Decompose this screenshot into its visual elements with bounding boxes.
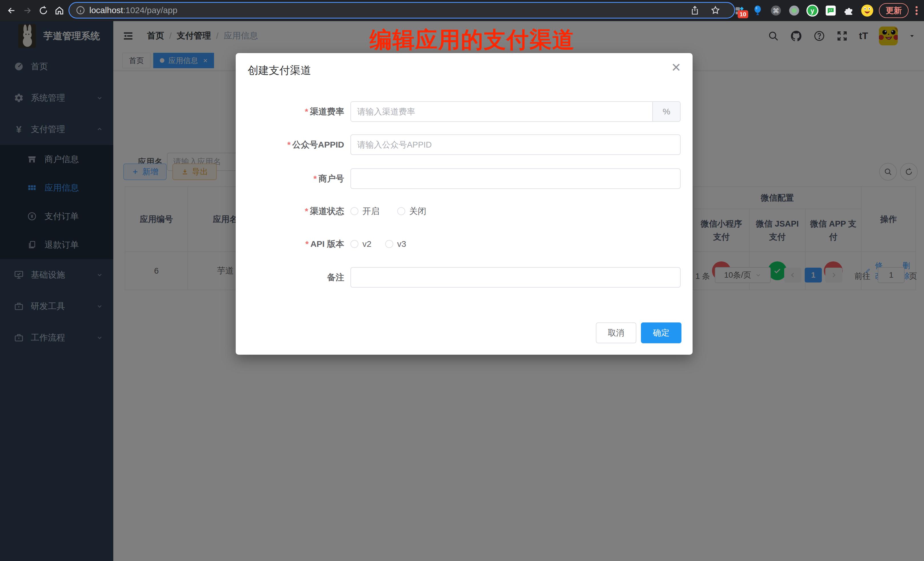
remark-label: 备注 bbox=[236, 272, 344, 284]
browser-home-icon[interactable] bbox=[51, 3, 68, 18]
extension-puzzle-icon[interactable] bbox=[842, 4, 855, 17]
extension-chat-icon[interactable] bbox=[824, 4, 837, 17]
site-info-icon[interactable] bbox=[76, 5, 86, 15]
svg-text:⌘: ⌘ bbox=[773, 7, 779, 15]
extension-tabs-icon[interactable]: 10 bbox=[733, 4, 746, 17]
dialog-title: 创建支付渠道 bbox=[248, 63, 311, 78]
form-row-api-version: *API 版本 v2 v3 bbox=[236, 234, 681, 254]
required-asterisk: * bbox=[314, 174, 317, 183]
share-icon[interactable] bbox=[690, 5, 700, 15]
radio-circle-icon bbox=[350, 207, 358, 215]
rate-input-group: % bbox=[350, 101, 681, 122]
form-row-status: *渠道状态 开启 关闭 bbox=[236, 201, 681, 221]
appid-label: *公众号APPID bbox=[236, 139, 344, 151]
status-on-label: 开启 bbox=[362, 206, 380, 217]
browser-back-icon[interactable] bbox=[3, 3, 20, 18]
extension-recorder-icon[interactable] bbox=[788, 4, 801, 17]
merchant-input[interactable] bbox=[350, 168, 681, 189]
create-pay-channel-dialog: 创建支付渠道 ✕ *渠道费率 % *公众号APPID *商户号 *渠道状态 bbox=[236, 53, 693, 355]
extension-badge: 10 bbox=[738, 10, 748, 18]
form-row-rate: *渠道费率 % bbox=[236, 101, 681, 122]
api-v3-radio[interactable]: v3 bbox=[385, 239, 406, 249]
extension-emoji-icon[interactable] bbox=[861, 4, 874, 17]
extension-y-letter: y bbox=[811, 7, 814, 15]
required-asterisk: * bbox=[305, 107, 308, 116]
rate-percent-suffix: % bbox=[652, 102, 680, 121]
api-v2-radio[interactable]: v2 bbox=[350, 239, 372, 249]
browser-menu-kebab-icon[interactable] bbox=[914, 4, 920, 17]
api-version-label: *API 版本 bbox=[236, 238, 344, 250]
browser-toolbar: localhost:1024/pay/app 10 ⌘ bbox=[0, 0, 924, 21]
bookmark-star-icon[interactable] bbox=[710, 5, 720, 15]
browser-forward-icon[interactable] bbox=[20, 3, 35, 18]
browser-reload-icon[interactable] bbox=[35, 3, 51, 18]
extension-command-icon[interactable]: ⌘ bbox=[770, 4, 783, 17]
browser-update-label: 更新 bbox=[886, 5, 902, 16]
form-row-remark: 备注 bbox=[236, 267, 681, 288]
status-on-radio[interactable]: 开启 bbox=[350, 206, 380, 217]
address-bar[interactable]: localhost:1024/pay/app bbox=[69, 2, 735, 18]
cancel-button[interactable]: 取消 bbox=[596, 322, 636, 343]
merchant-label: *商户号 bbox=[236, 173, 344, 184]
appid-input[interactable] bbox=[350, 134, 681, 155]
dialog-close-icon[interactable]: ✕ bbox=[671, 62, 681, 74]
extension-balloon-icon[interactable] bbox=[751, 4, 764, 17]
status-label: *渠道状态 bbox=[236, 206, 344, 217]
rate-label: *渠道费率 bbox=[236, 106, 344, 118]
url-path: :1024/pay/app bbox=[123, 5, 177, 15]
api-v3-label: v3 bbox=[397, 239, 406, 249]
browser-update-button[interactable]: 更新 bbox=[879, 3, 909, 18]
radio-circle-icon bbox=[350, 240, 358, 248]
screenshot-stage: localhost:1024/pay/app 10 ⌘ bbox=[0, 0, 924, 561]
status-off-radio[interactable]: 关闭 bbox=[397, 206, 426, 217]
radio-circle-icon bbox=[385, 240, 393, 248]
status-off-label: 关闭 bbox=[409, 206, 426, 217]
required-asterisk: * bbox=[287, 140, 291, 149]
form-row-merchant: *商户号 bbox=[236, 168, 681, 189]
confirm-button[interactable]: 确定 bbox=[641, 322, 681, 343]
remark-input[interactable] bbox=[350, 267, 681, 288]
extension-y-icon[interactable]: y bbox=[806, 4, 819, 17]
rate-input[interactable] bbox=[351, 102, 652, 121]
required-asterisk: * bbox=[305, 206, 308, 216]
radio-circle-icon bbox=[397, 207, 405, 215]
browser-extensions-row: 10 ⌘ y 更新 bbox=[733, 0, 924, 21]
required-asterisk: * bbox=[305, 239, 309, 249]
form-row-appid: *公众号APPID bbox=[236, 134, 681, 155]
url-host: localhost bbox=[89, 5, 123, 15]
annotation-text: 编辑应用的支付渠道 bbox=[369, 25, 575, 55]
api-v2-label: v2 bbox=[362, 239, 372, 249]
url-text[interactable]: localhost:1024/pay/app bbox=[89, 5, 177, 15]
